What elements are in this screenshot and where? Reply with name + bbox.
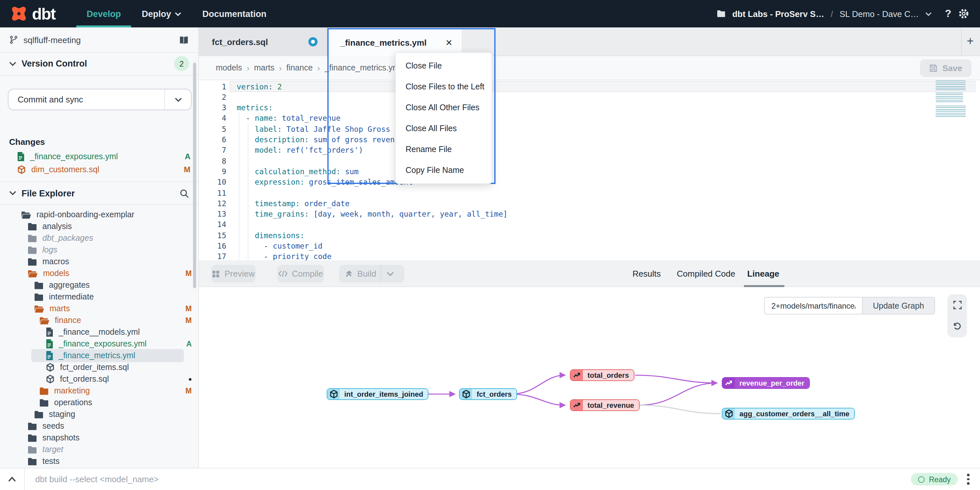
file-name: finance: [55, 316, 81, 325]
context-menu-item-close-file[interactable]: Close File: [396, 56, 492, 77]
bottom-panel-toolbar: Preview Compile Build Results Compiled C…: [199, 260, 980, 287]
file-tree-item-marketing[interactable]: marketingM: [0, 385, 198, 397]
file-tree-item-models[interactable]: modelsM: [0, 268, 198, 279]
context-menu-item-close-files-to-the-left[interactable]: Close Files to the Left: [396, 77, 492, 97]
kebab-menu-icon[interactable]: [967, 474, 970, 485]
git-status-badge: M: [184, 165, 190, 174]
file-tree-item-aggregates[interactable]: aggregates: [0, 279, 198, 291]
search-icon[interactable]: [179, 188, 189, 198]
file-name: logs: [42, 245, 57, 254]
tab-fct-orders[interactable]: fct_orders.sql: [199, 27, 327, 56]
file-name: aggregates: [49, 281, 90, 290]
tab-results[interactable]: Results: [632, 260, 661, 286]
dbt-logo[interactable]: dbt: [10, 4, 56, 23]
commit-and-sync-button[interactable]: Commit and sync: [8, 89, 192, 110]
lineage-node-agg_customer_orders__all_time[interactable]: agg_customer_orders__all_time: [722, 408, 855, 420]
file-tree-item-dbt-packages[interactable]: dbt_packages: [0, 232, 198, 244]
dbt-cloud-ide: dbt Develop Deploy Documentation dbt Lab…: [0, 0, 980, 490]
editor-minimap[interactable]: [935, 80, 966, 120]
file-tree-item-marts[interactable]: martsM: [0, 303, 198, 314]
file-tree-item-logs[interactable]: logs: [0, 244, 198, 256]
build-button[interactable]: Build: [339, 265, 404, 283]
tab-compiled-code[interactable]: Compiled Code: [677, 260, 735, 286]
file-tree-item-finance[interactable]: financeM: [0, 314, 198, 326]
file-tree-item-seeds[interactable]: seeds: [0, 420, 198, 432]
preview-button[interactable]: Preview: [211, 265, 256, 283]
context-menu-item-close-all-other-files[interactable]: Close All Other Files: [396, 97, 492, 118]
project-selector[interactable]: SL Demo - Dave C…: [840, 9, 919, 19]
lineage-node-total_orders[interactable]: total_orders: [570, 369, 634, 381]
change-row[interactable]: dim_customers.sql M: [0, 163, 198, 176]
gear-icon[interactable]: [958, 8, 970, 19]
account-name[interactable]: dbt Labs - ProServ S…: [732, 9, 824, 19]
chevron-down-icon[interactable]: [925, 11, 932, 16]
file-tree-item-rapid-onboarding-exemplar[interactable]: rapid-onboarding-exemplar: [0, 209, 198, 220]
file-tree-item-staging[interactable]: staging: [0, 409, 198, 420]
nav-documentation[interactable]: Documentation: [192, 0, 277, 27]
lineage-node-fct_orders[interactable]: fct_orders: [459, 388, 517, 400]
commit-options-chevron[interactable]: [164, 89, 191, 110]
lineage-node-int_order_items_joined[interactable]: int_order_items_joined: [327, 388, 428, 400]
preview-label: Preview: [224, 269, 255, 279]
file-explorer-header[interactable]: File Explorer: [0, 181, 198, 205]
version-control-header[interactable]: Version Control 2: [0, 52, 198, 76]
file-tree-item-snapshots[interactable]: snapshots: [0, 432, 198, 444]
line-number: 11: [199, 188, 226, 197]
breadcrumb-item[interactable]: marts: [254, 63, 275, 72]
lineage-node-revenue_per_order[interactable]: revenue_per_order: [722, 377, 810, 389]
code-line: 4 - name: total_revenue: [199, 113, 980, 124]
file-name: snapshots: [42, 433, 80, 442]
change-row[interactable]: _finance_exposures.yml A: [0, 150, 198, 163]
new-tab-button[interactable]: +: [964, 35, 976, 47]
tab-lineage[interactable]: Lineage: [747, 260, 779, 286]
close-tab-icon[interactable]: ✕: [445, 38, 452, 47]
build-options-chevron[interactable]: [381, 265, 399, 283]
tab-context-menu: Close FileClose Files to the LeftClose A…: [395, 52, 492, 184]
context-menu-item-rename-file[interactable]: Rename File: [396, 139, 492, 160]
compile-label: Compile: [292, 269, 323, 279]
breadcrumb-item[interactable]: finance: [286, 63, 313, 72]
unsaved-dot-icon: [309, 37, 318, 46]
breadcrumb-row: models›marts›finance›_finance_metrics.ym…: [199, 56, 980, 80]
file-tree-item--finance-exposures-yml[interactable]: _finance_exposures.ymlA: [0, 338, 198, 350]
lineage-node-total_revenue[interactable]: total_revenue: [570, 399, 639, 411]
save-button[interactable]: Save: [920, 59, 972, 77]
code-editor[interactable]: 1version: 223metrics:4 - name: total_rev…: [199, 80, 980, 260]
file-tree-item-analysis[interactable]: analysis: [0, 220, 198, 232]
chevron-right-icon: ›: [279, 63, 282, 73]
code-line: 10 expression: gross_item_sales_amount: [199, 177, 980, 188]
node-label: agg_customer_orders__all_time: [735, 409, 854, 419]
changes-count-badge: 2: [174, 56, 189, 71]
file-tree-item-intermediate[interactable]: intermediate: [0, 291, 198, 303]
line-number: 1: [199, 82, 226, 91]
file-tree-item-macros[interactable]: macros: [0, 256, 198, 268]
file-tree-item-tests[interactable]: tests: [0, 455, 198, 467]
file-tree-scrollbar[interactable]: [193, 63, 196, 288]
breadcrumb-item[interactable]: models: [216, 63, 242, 72]
context-menu-item-close-all-files[interactable]: Close All Files: [396, 118, 492, 139]
git-branch-row[interactable]: sqlfluff-meeting: [0, 27, 198, 53]
file-tree-item-fct-order-items-sql[interactable]: fct_order_items.sql: [0, 361, 198, 373]
file-tree-item-operations[interactable]: operations: [0, 397, 198, 409]
nav-develop[interactable]: Develop: [76, 0, 131, 27]
chevron-right-icon: ›: [247, 63, 250, 73]
panel-expand-chevron[interactable]: [0, 468, 25, 490]
help-icon[interactable]: ?: [945, 8, 951, 19]
git-status-badge: A: [185, 152, 190, 161]
docs-book-icon[interactable]: [179, 35, 189, 44]
file-name: fct_order_items.sql: [60, 363, 129, 372]
file-tree-item-target[interactable]: target: [0, 444, 198, 455]
file-tree-item--finance-models-yml[interactable]: _finance__models.yml: [0, 326, 198, 338]
node-label: total_revenue: [583, 400, 639, 410]
commit-button-label: Commit and sync: [18, 94, 83, 104]
code-line: 2: [199, 92, 980, 103]
context-menu-item-copy-file-name[interactable]: Copy File Name: [396, 160, 492, 181]
compile-button[interactable]: Compile: [277, 265, 324, 283]
floppy-save-icon: [929, 64, 938, 72]
file-tree-item--finance-metrics-yml[interactable]: _finance_metrics.yml: [0, 350, 198, 361]
file-tree-item-fct-orders-sql[interactable]: fct_orders.sql•: [0, 373, 198, 385]
dbt-command-input[interactable]: [34, 474, 911, 485]
line-number: 9: [199, 167, 226, 176]
nav-deploy[interactable]: Deploy: [131, 0, 192, 27]
breadcrumb-item[interactable]: _finance_metrics.yml: [325, 63, 401, 72]
